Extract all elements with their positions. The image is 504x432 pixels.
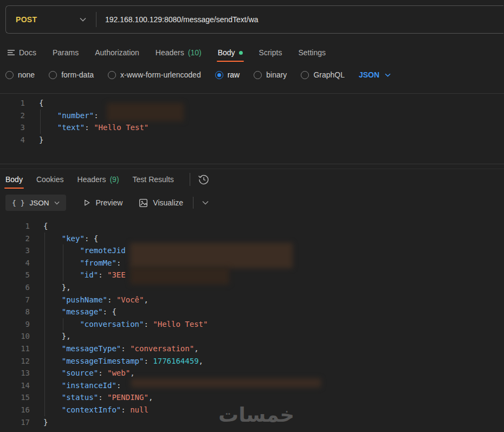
divider [193,197,193,209]
history-icon[interactable] [198,173,210,185]
chevron-down-icon[interactable] [202,201,209,205]
code-text: } [39,134,43,146]
line-number: 4 [0,257,30,269]
line-number: 5 [0,269,30,281]
request-url-bar: POST 192.168.100.129:8080/message/sendTe… [5,5,503,34]
method-select[interactable]: POST [6,15,96,24]
visualize-label: Visualize [153,198,183,207]
body-type-binary[interactable]: binary [254,70,287,79]
code-text: "message": { [43,306,117,318]
line-number: 11 [0,343,30,355]
line-number: 17 [0,416,30,429]
code-text: { [39,97,43,109]
indent-guide [63,244,63,281]
line-number: 9 [0,318,30,331]
tab-label: Docs [19,48,36,57]
code-line: 9 "conversation": "Hello Test" [0,318,504,331]
line-number: 3 [0,121,25,134]
tab-label: Headers [77,175,106,184]
radio-icon [5,71,14,79]
response-tab-cookies[interactable]: Cookies [36,170,64,189]
line-number: 6 [0,281,30,294]
code-line: 1{ [0,220,504,233]
unsaved-changes-dot [239,51,243,55]
indent-guide [44,233,45,416]
code-text: "messageTimestamp": 1776164459, [43,355,203,367]
indent-guide [63,318,63,331]
body-type-x-www-form-urlencoded[interactable]: x-www-form-urlencoded [108,70,201,79]
divider [190,173,190,186]
code-line: 10 }, [0,330,504,343]
response-tabs: BodyCookiesHeaders(9)Test Results [5,169,210,190]
line-number: 13 [0,367,30,379]
redacted-region [130,243,293,268]
redacted-region [107,103,184,121]
radio-label: binary [266,70,287,79]
tab-body[interactable]: Body [218,43,243,62]
method-label: POST [16,15,37,24]
request-body-editor[interactable]: 1{2 "number": 3 "text": "Hello Test"4} [0,93,504,164]
line-number: 2 [0,233,30,245]
khamsat-watermark: خمسات [218,403,294,427]
docs-list-icon [8,49,15,56]
radio-label: form-data [61,70,94,79]
code-text: } [43,416,48,429]
code-line: 12 "messageTimestamp": 1776164459, [0,355,504,367]
preview-button[interactable]: Preview [82,198,123,207]
code-text: "number": [39,109,103,122]
response-format-select[interactable]: { } JSON [5,195,66,211]
body-type-graphql[interactable]: GraphQL [301,70,345,79]
code-text: "pushName": "Você", [43,294,148,306]
code-text: "status": "PENDING", [43,391,153,404]
tab-docs[interactable]: Docs [8,43,36,62]
radio-label: x-www-form-urlencoded [120,70,201,79]
radio-label: raw [228,70,240,79]
body-type-none[interactable]: none [5,70,35,79]
response-toolbar: { } JSON Preview Visualize [5,194,209,211]
radio-icon [301,71,309,79]
redacted-region [131,378,321,388]
response-tab-headers[interactable]: Headers(9) [77,170,119,189]
body-type-raw[interactable]: raw [215,70,240,79]
response-tab-test-results[interactable]: Test Results [133,170,174,189]
url-input[interactable]: 192.168.100.129:8080/message/sendText/wa [105,15,259,24]
tab-count: (9) [109,175,119,184]
tab-headers[interactable]: Headers(10) [156,43,202,62]
radio-label: none [18,70,35,79]
code-line: 13 "source": "web", [0,367,504,379]
tab-params[interactable]: Params [53,43,79,62]
code-text: }, [43,330,71,343]
tab-authorization[interactable]: Authorization [95,43,139,62]
line-number: 4 [0,134,25,146]
preview-label: Preview [96,198,123,207]
tab-label: Authorization [95,48,139,57]
visualize-button[interactable]: Visualize [139,198,183,208]
body-type-options: noneform-datax-www-form-urlencodedrawbin… [5,67,391,82]
body-type-form-data[interactable]: form-data [49,70,94,79]
code-text: "fromMe": [43,257,126,269]
code-line: 6 }, [0,281,504,294]
code-line: 4} [0,134,504,146]
tab-count: (10) [188,48,202,57]
braces-icon: { } [12,199,24,207]
tab-label: Headers [156,48,184,57]
raw-format-select[interactable]: JSON [359,70,391,79]
chevron-down-icon [385,73,391,77]
tab-label: Body [218,48,235,57]
code-text: "remoteJid [43,244,126,257]
line-number: 3 [0,244,30,257]
divider [96,12,96,27]
raw-format-label: JSON [359,70,379,79]
code-text: "text": "Hello Test" [39,121,148,134]
line-number: 10 [0,330,30,343]
code-line: 5 "id": "3EE [0,269,504,281]
tab-settings[interactable]: Settings [298,43,326,62]
code-text: "conversation": "Hello Test" [43,318,208,331]
tab-scripts[interactable]: Scripts [259,43,282,62]
code-text: { [43,220,48,233]
code-text: "key": { [43,233,98,245]
response-tab-body[interactable]: Body [5,170,23,189]
radio-label: GraphQL [313,70,345,79]
response-format-label: JSON [29,199,49,207]
code-line: 7 "pushName": "Você", [0,294,504,306]
